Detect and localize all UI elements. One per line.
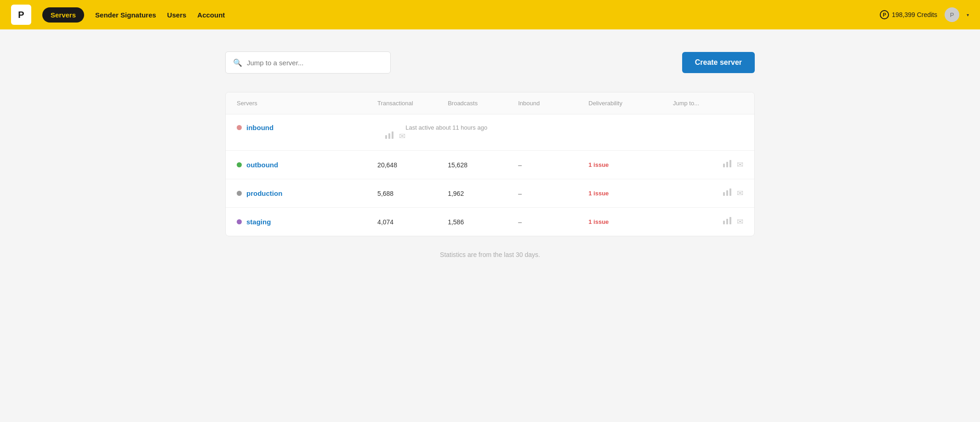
top-bar: 🔍 Create server [225, 51, 755, 74]
col-broadcasts: Broadcasts [448, 100, 518, 107]
transactional-value: 5,688 [377, 190, 448, 197]
outbound-actions: ✉ [673, 160, 743, 170]
servers-table: Servers Transactional Broadcasts Inbound… [225, 92, 755, 236]
status-dot [237, 219, 242, 224]
last-active-text: Last active about 11 hours ago [405, 124, 743, 131]
server-name-cell: outbound [237, 161, 377, 169]
svg-rect-3 [723, 164, 725, 167]
stats-icon[interactable] [385, 131, 393, 141]
server-name-cell: inbound [237, 124, 405, 131]
svg-rect-0 [385, 135, 387, 139]
transactional-value: 4,074 [377, 218, 448, 226]
search-icon: 🔍 [233, 58, 242, 67]
status-dot [237, 162, 242, 167]
svg-rect-5 [729, 160, 731, 167]
credits-display: P 198,399 Credits [880, 10, 937, 19]
inbound-actions: ✉ [237, 131, 405, 141]
col-servers: Servers [237, 100, 377, 107]
inbound-value: – [518, 190, 588, 197]
server-link-production[interactable]: production [246, 189, 282, 197]
create-server-button[interactable]: Create server [682, 52, 755, 73]
col-inbound: Inbound [518, 100, 588, 107]
header: P Servers Sender Signatures Users Accoun… [0, 0, 980, 29]
broadcasts-value: 1,962 [448, 190, 518, 197]
server-name-cell: production [237, 189, 377, 197]
credits-icon: P [880, 10, 889, 19]
svg-rect-6 [723, 192, 725, 196]
footer-note: Statistics are from the last 30 days. [225, 251, 755, 258]
server-link-staging[interactable]: staging [246, 218, 271, 226]
transactional-value: 20,648 [377, 161, 448, 169]
deliverability-issue[interactable]: 1 issue [588, 161, 673, 168]
stats-icon[interactable] [723, 217, 731, 227]
envelope-icon[interactable]: ✉ [399, 131, 405, 141]
col-transactional: Transactional [377, 100, 448, 107]
table-row: staging 4,074 1,586 – 1 issue ✉ [226, 208, 754, 236]
nav-servers[interactable]: Servers [42, 7, 84, 23]
table-row: outbound 20,648 15,628 – 1 issue ✉ [226, 151, 754, 179]
table-header: Servers Transactional Broadcasts Inbound… [226, 92, 754, 114]
nav-sender-signatures[interactable]: Sender Signatures [95, 11, 156, 19]
inbound-value: – [518, 218, 588, 226]
svg-rect-2 [392, 131, 393, 139]
table-row: production 5,688 1,962 – 1 issue ✉ [226, 179, 754, 208]
svg-rect-4 [726, 162, 728, 167]
envelope-icon[interactable]: ✉ [737, 160, 743, 170]
search-box: 🔍 [225, 51, 391, 74]
credits-amount: 198,399 Credits [892, 11, 937, 18]
server-link-inbound[interactable]: inbound [246, 124, 273, 131]
svg-rect-1 [388, 133, 390, 139]
stats-icon[interactable] [723, 160, 731, 170]
nav-users[interactable]: Users [167, 11, 187, 19]
header-right: P 198,399 Credits P ▾ [880, 7, 969, 22]
svg-rect-8 [729, 188, 731, 196]
broadcasts-value: 1,586 [448, 218, 518, 226]
status-dot [237, 125, 242, 130]
svg-rect-7 [726, 190, 728, 196]
server-name-cell: staging [237, 218, 377, 226]
deliverability-issue[interactable]: 1 issue [588, 190, 673, 197]
status-dot [237, 191, 242, 196]
logo: P [11, 5, 31, 25]
staging-actions: ✉ [673, 217, 743, 227]
deliverability-issue[interactable]: 1 issue [588, 218, 673, 225]
col-jumpto: Jump to... [673, 100, 743, 107]
table-row: inbound Last active about 11 hours ago ✉ [226, 114, 754, 151]
main-content: 🔍 Create server Servers Transactional Br… [214, 29, 766, 269]
search-input[interactable] [247, 59, 383, 67]
server-link-outbound[interactable]: outbound [246, 161, 278, 169]
svg-rect-9 [723, 221, 725, 224]
avatar[interactable]: P [945, 7, 959, 22]
broadcasts-value: 15,628 [448, 161, 518, 169]
production-actions: ✉ [673, 188, 743, 198]
col-deliverability: Deliverability [588, 100, 673, 107]
nav-account[interactable]: Account [197, 11, 225, 19]
stats-icon[interactable] [723, 188, 731, 198]
svg-rect-10 [726, 219, 728, 224]
chevron-down-icon[interactable]: ▾ [967, 12, 969, 17]
envelope-icon[interactable]: ✉ [737, 217, 743, 227]
inbound-value: – [518, 161, 588, 169]
envelope-icon[interactable]: ✉ [737, 188, 743, 198]
svg-rect-11 [729, 217, 731, 224]
